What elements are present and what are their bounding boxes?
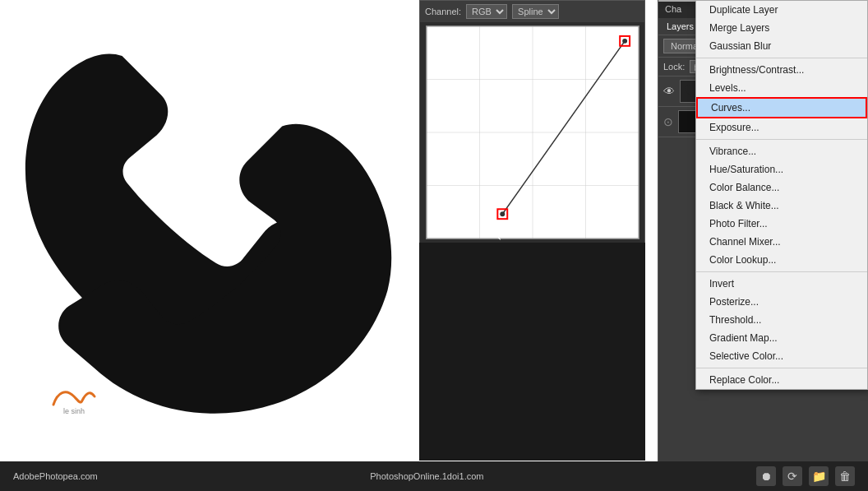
bottom-icon-trash[interactable]: 🗑 bbox=[835, 466, 855, 486]
menu-item-hue-saturation[interactable]: Hue/Saturation... bbox=[696, 160, 867, 178]
svg-point-10 bbox=[622, 39, 627, 44]
menu-item-threshold[interactable]: Threshold... bbox=[696, 311, 867, 329]
menu-item-color-balance[interactable]: Color Balance... bbox=[696, 178, 867, 197]
divider-2 bbox=[696, 139, 867, 140]
channel-select[interactable]: RGB bbox=[466, 4, 507, 19]
divider-4 bbox=[696, 368, 867, 368]
bottom-center-text: PhotoshopOnline.1doi1.com bbox=[370, 471, 483, 481]
main-canvas: le sinh bbox=[0, 0, 419, 461]
spline-select[interactable]: Spline bbox=[512, 4, 559, 19]
lock-label: Lock: bbox=[663, 62, 685, 72]
bottom-right-icons: ⏺ ⟳ 📁 🗑 bbox=[756, 466, 855, 486]
eye-icon-2-hidden[interactable]: ⊙ bbox=[663, 115, 673, 128]
menu-item-exposure[interactable]: Exposure... bbox=[696, 118, 867, 137]
menu-item-curves[interactable]: Curves... bbox=[696, 97, 867, 118]
menu-item-merge-layers[interactable]: Merge Layers bbox=[696, 19, 867, 37]
rp-cha[interactable]: Cha bbox=[658, 2, 688, 16]
menu-item-gaussian-blur[interactable]: Gaussian Blur bbox=[696, 37, 867, 55]
divider-1 bbox=[696, 58, 867, 58]
divider-3 bbox=[696, 271, 867, 272]
svg-point-12 bbox=[500, 211, 505, 216]
bottom-icon-record[interactable]: ⏺ bbox=[756, 466, 776, 486]
bottom-left-text: AdobePhotopea.com bbox=[13, 471, 98, 481]
menu-item-selective-color[interactable]: Selective Color... bbox=[696, 347, 867, 365]
menu-item-posterize[interactable]: Posterize... bbox=[696, 293, 867, 311]
menu-item-replace-color[interactable]: Replace Color... bbox=[696, 371, 867, 389]
menu-item-photo-filter[interactable]: Photo Filter... bbox=[696, 215, 867, 233]
menu-item-color-lookup[interactable]: Color Lookup... bbox=[696, 251, 867, 269]
menu-item-duplicate-layer[interactable]: Duplicate Layer bbox=[696, 1, 867, 19]
menu-item-vibrance[interactable]: Vibrance... bbox=[696, 142, 867, 160]
menu-item-black-white[interactable]: Black & White... bbox=[696, 197, 867, 215]
menu-item-levels[interactable]: Levels... bbox=[696, 79, 867, 97]
dropdown-menu: Duplicate Layer Merge Layers Gaussian Bl… bbox=[695, 0, 868, 390]
curves-panel: Channel: RGB Spline bbox=[419, 0, 645, 262]
black-canvas-area bbox=[419, 243, 645, 461]
menu-item-brightness-contrast[interactable]: Brightness/Contrast... bbox=[696, 61, 867, 79]
eye-icon-1[interactable]: 👁 bbox=[663, 85, 675, 98]
bottom-icon-rotate[interactable]: ⟳ bbox=[783, 466, 802, 486]
bottom-icon-folder[interactable]: 📁 bbox=[809, 466, 829, 486]
menu-item-invert[interactable]: Invert bbox=[696, 275, 867, 293]
menu-item-channel-mixer[interactable]: Channel Mixer... bbox=[696, 233, 867, 251]
watermark: le sinh bbox=[49, 384, 99, 415]
menu-item-gradient-map[interactable]: Gradient Map... bbox=[696, 329, 867, 347]
channel-label: Channel: bbox=[425, 7, 461, 16]
bottom-bar: AdobePhotopea.com PhotoshopOnline.1doi1.… bbox=[0, 461, 868, 491]
curves-header: Channel: RGB Spline bbox=[420, 1, 644, 22]
curves-grid-container[interactable] bbox=[426, 25, 639, 239]
